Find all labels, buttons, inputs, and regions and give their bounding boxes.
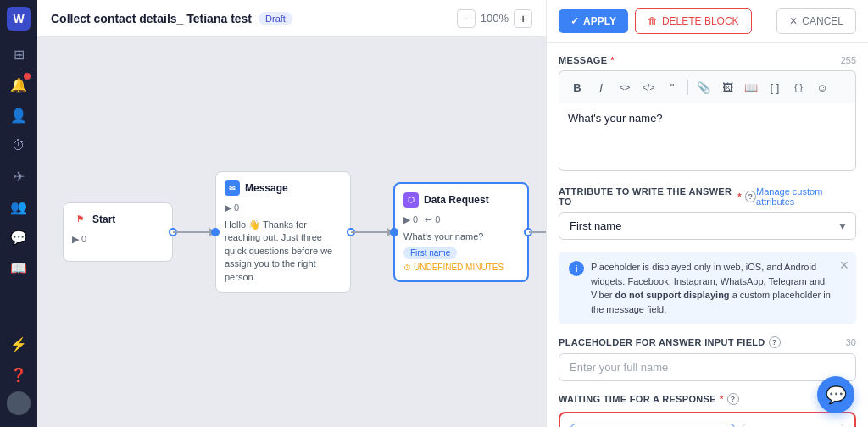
code-button[interactable]: <> — [614, 76, 636, 98]
main-area: Collect contact details_ Tetiana test Dr… — [37, 0, 546, 427]
attribute-required: * — [737, 191, 742, 202]
right-panel: ✓ APPLY 🗑 DELETE BLOCK ✕ CANCEL MESSAGE … — [546, 0, 868, 427]
data-node-label: Data Request — [424, 194, 489, 206]
attachment-button[interactable]: 📎 — [693, 76, 715, 98]
italic-button[interactable]: I — [590, 76, 612, 98]
avatar[interactable] — [7, 391, 31, 415]
emoji-button[interactable]: ☺ — [811, 76, 833, 98]
audio-button[interactable]: [ ] — [764, 76, 786, 98]
start-node-header: ⚑ Start — [72, 212, 164, 227]
cancel-button[interactable]: ✕ CANCEL — [776, 8, 856, 34]
data-node-tag: First name — [403, 247, 457, 259]
sidebar-item-help[interactable]: ❓ — [5, 361, 32, 388]
sidebar-item-chat[interactable]: 💬 — [5, 224, 32, 251]
waiting-input-section: minutes — [559, 412, 856, 427]
toolbar-divider — [687, 80, 688, 95]
waiting-required: * — [720, 394, 724, 404]
message-node[interactable]: ✉ Message ▶ 0 Hello 👋 Thanks for reachin… — [215, 171, 351, 293]
sidebar-item-clock[interactable]: ⏱ — [5, 132, 32, 159]
info-close-icon[interactable]: ✕ — [839, 258, 849, 272]
attribute-help-icon: ? — [745, 191, 756, 202]
message-required: * — [610, 55, 615, 65]
info-text: Placeholder is displayed only in web, iO… — [591, 260, 846, 316]
sidebar-item-people[interactable]: 👥 — [5, 193, 32, 220]
image-button[interactable]: 🖼 — [716, 76, 738, 98]
start-node-label: Start — [92, 214, 115, 225]
panel-content: MESSAGE * 255 B I <> </> " 📎 🖼 📖 [ ] { }… — [547, 43, 868, 427]
arrow-3 — [529, 228, 546, 236]
data-node-undefined: ⏱ UNDEFINED MINUTES — [403, 263, 519, 272]
message-char-count: 255 — [841, 55, 856, 65]
data-node-stats: ▶ 0 ↩ 0 — [403, 214, 519, 225]
message-label: MESSAGE * 255 — [559, 55, 856, 65]
sidebar-item-analytics[interactable]: ⚡ — [5, 330, 32, 358]
zoom-out-button[interactable]: − — [457, 9, 476, 28]
sidebar-item-notifications[interactable]: 🔔 — [5, 71, 32, 98]
placeholder-help-icon: ? — [769, 336, 781, 348]
notification-badge — [24, 73, 31, 80]
bold-button[interactable]: B — [566, 76, 588, 98]
flow-container: ⚑ Start ▶ 0 ✉ Message ▶ 0 — [63, 171, 546, 293]
start-icon: ⚑ — [72, 212, 87, 227]
message-node-stats: ▶ 0 — [225, 202, 342, 214]
sidebar-item-send[interactable]: ✈ — [5, 163, 32, 190]
data-node-input — [390, 228, 398, 236]
waiting-time-input[interactable] — [570, 424, 735, 427]
message-node-text: Hello 👋 Thanks for reaching out. Just th… — [225, 219, 342, 284]
placeholder-label: PLACEHOLDER FOR ANSWER INPUT FIELD ? — [559, 336, 781, 348]
placeholder-char-count: 30 — [846, 337, 856, 347]
quote-button[interactable]: " — [661, 76, 683, 98]
waiting-section: WAITING TIME FOR A RESPONSE * ? minutes — [559, 393, 856, 427]
editor-toolbar: B I <> </> " 📎 🖼 📖 [ ] { } ☺ — [559, 70, 856, 103]
data-node-question: What's your name? — [403, 230, 519, 243]
manage-attributes-link[interactable]: Manage custom attributes — [756, 186, 856, 207]
cancel-x-icon: ✕ — [789, 15, 798, 27]
sidebar-item-book[interactable]: 📖 — [5, 254, 32, 281]
attribute-section: ATTRIBUTE TO WRITE THE ANSWER TO * ? Man… — [559, 186, 856, 240]
attribute-select-wrapper: First name ▼ — [559, 212, 856, 240]
panel-toolbar: ✓ APPLY 🗑 DELETE BLOCK ✕ CANCEL — [547, 0, 868, 43]
start-node[interactable]: ⚑ Start ▶ 0 — [63, 202, 173, 262]
sidebar-logo: W — [7, 7, 31, 30]
arrow-2 — [351, 228, 393, 236]
waiting-row: minutes — [570, 424, 844, 427]
placeholder-input[interactable] — [559, 353, 856, 381]
delete-icon: 🗑 — [648, 15, 658, 27]
zoom-level: 100% — [481, 12, 509, 25]
variable-button[interactable]: { } — [787, 76, 810, 98]
article-button[interactable]: 📖 — [740, 76, 762, 98]
info-icon: i — [569, 261, 584, 276]
data-node-header: ⬡ Data Request — [403, 192, 519, 208]
attribute-select[interactable]: First name — [559, 212, 856, 240]
topbar: Collect contact details_ Tetiana test Dr… — [37, 0, 546, 37]
sidebar: W ⊞ 🔔 👤 ⏱ ✈ 👥 💬 📖 ⚡ ❓ — [0, 0, 37, 427]
sidebar-item-home[interactable]: ⊞ — [5, 41, 32, 68]
page-title: Collect contact details_ Tetiana test — [51, 12, 252, 25]
message-node-input — [211, 228, 220, 236]
message-node-header: ✉ Message — [225, 180, 342, 196]
canvas: ⚑ Start ▶ 0 ✉ Message ▶ 0 — [37, 37, 546, 427]
message-node-label: Message — [245, 182, 288, 194]
info-box: i Placeholder is displayed only in web, … — [559, 252, 856, 324]
chat-support-button[interactable]: 💬 — [817, 376, 854, 413]
waiting-unit-display: minutes — [742, 424, 844, 427]
placeholder-section: PLACEHOLDER FOR ANSWER INPUT FIELD ? 30 — [559, 336, 856, 381]
start-node-stats: ▶ 0 — [72, 234, 164, 245]
apply-check-icon: ✓ — [570, 15, 579, 27]
zoom-in-button[interactable]: + — [514, 9, 532, 28]
attribute-row: ATTRIBUTE TO WRITE THE ANSWER TO * ? Man… — [559, 186, 856, 207]
message-icon: ✉ — [225, 180, 240, 196]
message-section: MESSAGE * 255 B I <> </> " 📎 🖼 📖 [ ] { }… — [559, 55, 856, 175]
apply-button[interactable]: ✓ APPLY — [559, 9, 628, 33]
code-block-button[interactable]: </> — [637, 76, 659, 98]
message-textarea[interactable]: What's your name? — [559, 103, 856, 171]
sidebar-item-contacts[interactable]: 👤 — [5, 102, 32, 129]
placeholder-row: PLACEHOLDER FOR ANSWER INPUT FIELD ? 30 — [559, 336, 856, 348]
waiting-help-icon: ? — [727, 393, 739, 405]
data-icon: ⬡ — [403, 192, 419, 208]
data-request-node[interactable]: ⬡ Data Request ▶ 0 ↩ 0 What's your name?… — [393, 182, 529, 282]
delete-block-button[interactable]: 🗑 DELETE BLOCK — [635, 8, 752, 34]
attribute-label: ATTRIBUTE TO WRITE THE ANSWER TO * ? — [559, 186, 756, 207]
arrow-1 — [173, 228, 215, 236]
draft-badge: Draft — [259, 12, 292, 25]
